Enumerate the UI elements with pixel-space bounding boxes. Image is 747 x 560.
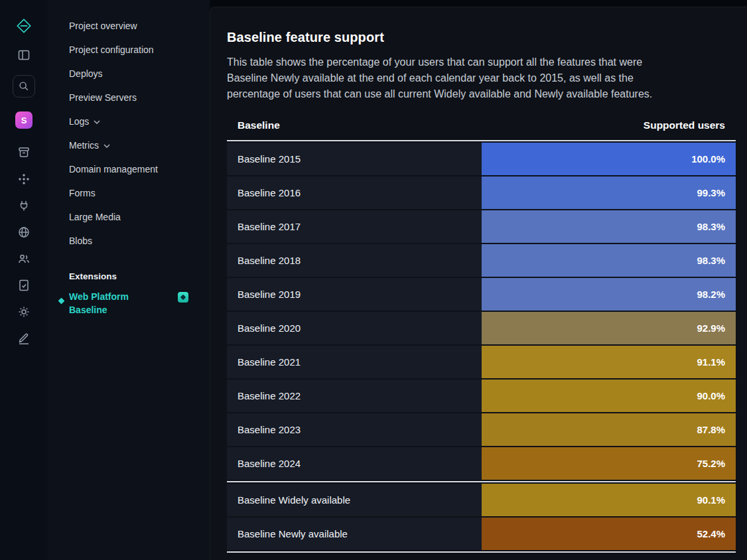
sidebar-item-label: Project configuration — [69, 44, 154, 55]
sidebar-item-label: Large Media — [69, 212, 121, 222]
settings-gear-icon[interactable] — [17, 305, 31, 318]
row-label: Baseline 2024 — [227, 447, 482, 480]
sidebar-item-label: Blobs — [69, 236, 92, 246]
table-row: Baseline Widely available90.1% — [227, 484, 736, 516]
search-icon[interactable] — [13, 75, 35, 98]
row-value-bar: 75.2% — [482, 447, 736, 480]
audit-log-icon[interactable] — [17, 279, 31, 292]
row-label: Baseline 2021 — [227, 346, 482, 378]
row-value: 75.2% — [697, 458, 725, 469]
sidebar-item-label: Preview Servers — [69, 92, 137, 103]
plug-icon[interactable] — [17, 199, 31, 212]
table-row: Baseline Newly available52.4% — [227, 518, 736, 550]
sidebar-item-web-platform-baseline[interactable]: Web Platform Baseline — [69, 290, 210, 316]
row-label: Baseline 2015 — [227, 143, 482, 175]
sidebar-item-label: Project overview — [69, 21, 137, 31]
row-label: Baseline 2017 — [227, 210, 482, 243]
page-description: This table shows the percentage of your … — [227, 54, 673, 102]
row-value-bar: 90.1% — [482, 484, 736, 516]
row-label: Baseline Widely available — [227, 484, 482, 516]
row-label: Baseline 2022 — [227, 380, 482, 412]
row-label: Baseline 2020 — [227, 312, 482, 344]
row-label: Baseline 2023 — [227, 413, 482, 446]
column-header-baseline: Baseline — [238, 119, 280, 131]
table-header-row: Baseline Supported users — [227, 119, 736, 141]
row-value-bar: 90.0% — [482, 380, 736, 412]
baseline-extension-badge-icon — [178, 292, 188, 303]
row-value: 98.2% — [697, 289, 725, 300]
chevron-down-icon — [103, 144, 110, 148]
avatar-letter: S — [21, 115, 27, 125]
table-bottom-border — [227, 551, 736, 553]
table-row: Baseline 202191.1% — [227, 346, 736, 378]
team-icon[interactable] — [17, 252, 31, 265]
row-value: 98.3% — [697, 221, 725, 232]
table-row: Baseline 202092.9% — [227, 312, 736, 344]
sidebar-item-label: Logs — [69, 116, 89, 127]
row-value-bar: 52.4% — [482, 518, 736, 550]
globe-icon[interactable] — [17, 226, 31, 239]
table-row: Baseline 201898.3% — [227, 244, 736, 277]
sidebar-item-metrics[interactable]: Metrics — [69, 133, 210, 157]
extensions-section-header: Extensions — [69, 271, 210, 281]
row-value-bar: 98.3% — [482, 210, 736, 243]
chevron-down-icon — [94, 120, 100, 124]
table-body: Baseline 2015100.0%Baseline 201699.3%Bas… — [227, 143, 736, 553]
row-value: 99.3% — [697, 187, 725, 198]
sidebar-item-label: Domain management — [69, 164, 158, 175]
support-table: Baseline Supported users Baseline 201510… — [227, 119, 736, 553]
row-value: 87.8% — [697, 424, 725, 435]
sidebar-item-label: Metrics — [69, 140, 99, 151]
table-row: Baseline 201998.2% — [227, 278, 736, 311]
row-value: 100.0% — [691, 153, 725, 165]
row-label: Baseline 2016 — [227, 176, 482, 209]
main-panel: Baseline feature support This table show… — [210, 7, 747, 560]
sidebar-nav-list: Project overviewProject configurationDep… — [69, 14, 210, 253]
table-row: Baseline 202475.2% — [227, 447, 736, 480]
row-value-bar: 92.9% — [482, 312, 736, 344]
extensions-icon[interactable] — [17, 173, 31, 186]
row-value: 90.0% — [697, 390, 725, 401]
sidebar-item-project-overview[interactable]: Project overview — [69, 14, 210, 38]
netlify-logo[interactable] — [15, 17, 33, 35]
table-row: Baseline 201699.3% — [227, 176, 736, 209]
avatar[interactable]: S — [15, 111, 33, 129]
row-value-bar: 100.0% — [482, 143, 736, 175]
sidebar-item-project-configuration[interactable]: Project configuration — [69, 38, 210, 62]
sidebar-item-label: Web Platform Baseline — [69, 290, 149, 316]
sidebar-item-preview-servers[interactable]: Preview Servers — [69, 86, 210, 109]
row-value: 90.1% — [697, 494, 725, 506]
row-value-bar: 99.3% — [482, 176, 736, 209]
pen-icon[interactable] — [17, 332, 31, 345]
row-label: Baseline 2018 — [227, 244, 482, 277]
sidebar-toggle-icon[interactable] — [17, 48, 31, 62]
sidebar-item-label: Deploys — [69, 68, 103, 79]
column-header-supported-users: Supported users — [644, 119, 725, 131]
row-value-bar: 98.3% — [482, 244, 736, 277]
table-row: Baseline 202290.0% — [227, 380, 736, 412]
sidebar-item-forms[interactable]: Forms — [69, 181, 210, 205]
table-row: Baseline 202387.8% — [227, 413, 736, 446]
row-value-bar: 98.2% — [482, 278, 736, 311]
sidebar-item-deploys[interactable]: Deploys — [69, 62, 210, 86]
sidebar: Project overviewProject configurationDep… — [48, 0, 210, 560]
row-value-bar: 87.8% — [482, 413, 736, 446]
deploys-icon[interactable] — [17, 146, 31, 159]
row-value: 91.1% — [697, 356, 725, 368]
row-label: Baseline Newly available — [227, 518, 482, 550]
icon-rail: S — [0, 0, 48, 560]
sidebar-item-blobs[interactable]: Blobs — [69, 229, 210, 253]
row-value: 92.9% — [697, 322, 725, 334]
row-value: 98.3% — [697, 255, 725, 266]
row-label: Baseline 2019 — [227, 278, 482, 311]
table-section-divider — [227, 481, 736, 482]
sidebar-item-logs[interactable]: Logs — [69, 109, 210, 133]
app-root: S — [0, 0, 747, 560]
page-title: Baseline feature support — [227, 30, 736, 45]
sidebar-item-large-media[interactable]: Large Media — [69, 205, 210, 229]
sidebar-item-label: Forms — [69, 188, 96, 198]
sidebar-item-domain-management[interactable]: Domain management — [69, 157, 210, 181]
row-value: 52.4% — [697, 528, 725, 539]
active-item-diamond-icon — [58, 298, 65, 305]
row-value-bar: 91.1% — [482, 346, 736, 378]
